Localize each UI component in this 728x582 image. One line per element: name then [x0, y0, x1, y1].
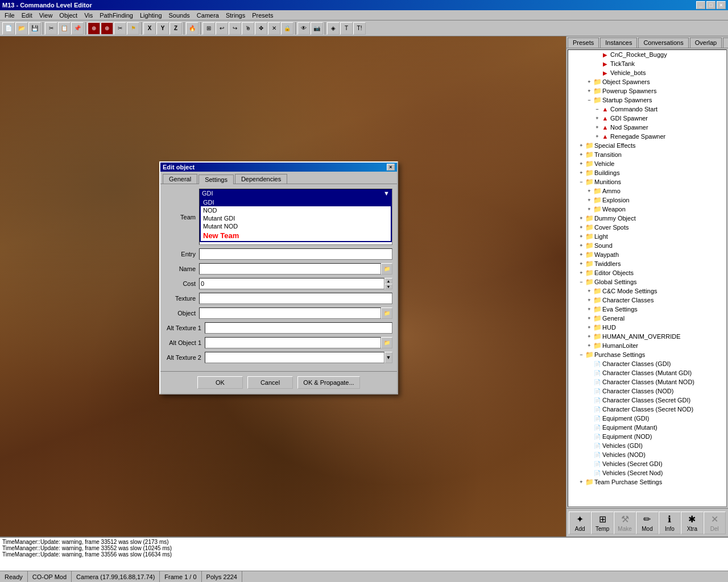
tree-expand-ticktank[interactable] — [593, 60, 601, 68]
tree-expand-general[interactable]: + — [585, 314, 593, 322]
tb-new[interactable]: 📄 — [2, 22, 15, 35]
menu-object[interactable]: Object — [56, 11, 81, 19]
tb-y[interactable]: Y — [156, 22, 169, 35]
tb-undo[interactable]: ↩ — [216, 22, 228, 35]
xtra-button[interactable]: ✱ Xtra — [681, 512, 703, 534]
tab-instances[interactable]: Instances — [600, 38, 637, 48]
cost-input[interactable] — [199, 278, 384, 289]
tb-tool3[interactable]: ✂ — [114, 22, 126, 35]
tree-container[interactable]: ▶CnC_Rocket_Buggy▶TickTank▶Vehicle_bots+… — [568, 49, 727, 507]
tree-expand-veh_nod[interactable] — [585, 451, 593, 459]
tb-lock[interactable]: 🔒 — [281, 22, 293, 35]
tb-paste[interactable]: 📌 — [71, 22, 84, 35]
tree-item-editor_objects[interactable]: +📁Editor Objects — [568, 268, 726, 277]
tree-item-explosion[interactable]: +📁Explosion — [568, 196, 726, 205]
dialog-close-button[interactable]: × — [387, 164, 395, 171]
del-button[interactable]: ✕ Del — [704, 512, 726, 534]
tree-expand-weapon[interactable]: + — [585, 205, 593, 213]
tab-settings[interactable]: Settings — [198, 174, 234, 184]
tree-expand-waypath[interactable]: + — [577, 251, 585, 259]
tree-item-vehicle[interactable]: +📁Vehicle — [568, 159, 726, 168]
menu-edit[interactable]: Edit — [18, 11, 36, 19]
alt-object1-browse-button[interactable]: 📁 — [381, 337, 392, 348]
alt-texture2-scroll-button[interactable]: ▼ — [384, 352, 392, 363]
tab-dependencies[interactable]: Dependencies — [235, 174, 287, 184]
tree-item-weapon[interactable]: +📁Weapon — [568, 205, 726, 214]
tree-item-ammo[interactable]: +📁Ammo — [568, 186, 726, 196]
tb-t1[interactable]: T — [340, 22, 353, 35]
menu-strings[interactable]: Strings — [222, 11, 249, 19]
tree-expand-hud[interactable]: + — [585, 323, 593, 331]
menu-file[interactable]: File — [1, 11, 18, 19]
tree-expand-ammo[interactable]: + — [585, 187, 593, 195]
tree-expand-explosion[interactable]: + — [585, 196, 593, 204]
mod-button[interactable]: ✏ Mod — [636, 512, 658, 534]
tree-item-buildings[interactable]: +📁Buildings — [568, 168, 726, 177]
tb-cam[interactable]: 📷 — [311, 22, 323, 35]
tree-item-munitions[interactable]: −📁Munitions — [568, 177, 726, 186]
tree-expand-veh_secret_gdi[interactable] — [585, 460, 593, 468]
tree-item-renegade_spawner[interactable]: +▲Renegade Spawner — [568, 132, 726, 141]
tab-presets[interactable]: Presets — [568, 38, 599, 48]
tree-item-commando_start[interactable]: −▲Commando Start — [568, 105, 726, 114]
tree-expand-vehicle[interactable]: + — [577, 160, 585, 168]
tb-save[interactable]: 💾 — [28, 22, 41, 35]
close-button[interactable]: × — [717, 1, 726, 9]
titlebar-buttons[interactable]: _ □ × — [696, 1, 726, 9]
menu-presets[interactable]: Presets — [249, 11, 276, 19]
menu-lighting[interactable]: Lighting — [136, 11, 166, 19]
tree-expand-cc_mutant_gdi[interactable] — [585, 369, 593, 377]
tree-expand-veh_gdi[interactable] — [585, 442, 593, 450]
menu-camera[interactable]: Camera — [193, 11, 222, 19]
tree-item-dummy_object[interactable]: +📁Dummy Object — [568, 214, 726, 223]
tb-redo[interactable]: ↪ — [229, 22, 241, 35]
tree-expand-powerup_spawners[interactable]: + — [585, 87, 593, 95]
tree-item-veh_secret_gdi[interactable]: 📄Vehicles (Secret GDI) — [568, 459, 726, 468]
tree-item-eva_settings[interactable]: +📁Eva Settings — [568, 305, 726, 314]
tree-item-cc_gdi[interactable]: 📄Character Classes (GDI) — [568, 359, 726, 368]
tree-expand-editor_objects[interactable]: + — [577, 269, 585, 277]
tb-z[interactable]: Z — [169, 22, 182, 35]
tree-expand-purchase_settings[interactable]: − — [577, 351, 585, 359]
tree-item-sound[interactable]: +📁Sound — [568, 241, 726, 250]
tree-item-team_purchase_settings[interactable]: +📁Team Purchase Settings — [568, 477, 726, 487]
tree-item-cc_secret_gdi[interactable]: 📄Character Classes (Secret GDI) — [568, 396, 726, 405]
tree-expand-humanloiter[interactable]: + — [585, 342, 593, 350]
tree-expand-character_classes[interactable]: + — [585, 296, 593, 304]
tree-item-ticktank[interactable]: ▶TickTank — [568, 59, 726, 68]
tree-expand-human_anim_override[interactable]: + — [585, 332, 593, 340]
tb-cut[interactable]: ✂ — [45, 22, 57, 35]
tree-item-transition[interactable]: +📁Transition — [568, 150, 726, 159]
tree-item-gdi_spawner[interactable]: +▲GDI Spawner — [568, 114, 726, 123]
tree-expand-cover_spots[interactable]: + — [577, 223, 585, 231]
team-option-mutant-gdi[interactable]: Mutant GDI — [201, 214, 391, 222]
tree-item-global_settings[interactable]: −📁Global Settings — [568, 277, 726, 286]
tb-grid[interactable]: ⊞ — [202, 22, 215, 35]
viewport[interactable]: Edit object × General Settings Dependenc… — [0, 36, 566, 537]
tree-item-humanloiter[interactable]: +📁HumanLoiter — [568, 341, 726, 350]
tb-tool2[interactable]: ⊕ — [101, 22, 113, 35]
menu-pathfinding[interactable]: PathFinding — [96, 11, 136, 19]
tree-expand-object_spawners[interactable]: + — [585, 78, 593, 86]
tab-conversations[interactable]: Conversations — [638, 38, 688, 48]
tb-copy[interactable]: 📋 — [58, 22, 71, 35]
tree-item-eq_nod[interactable]: 📄Equipment (NOD) — [568, 432, 726, 441]
tree-expand-gdi_spawner[interactable]: + — [593, 114, 601, 122]
tree-item-eq_gdi[interactable]: 📄Equipment (GDI) — [568, 414, 726, 423]
tree-item-character_classes[interactable]: +📁Character Classes — [568, 296, 726, 305]
tree-item-cc_secret_nod[interactable]: 📄Character Classes (Secret NOD) — [568, 405, 726, 414]
minimize-button[interactable]: _ — [696, 1, 705, 9]
tb-select[interactable]: 🖱 — [242, 22, 254, 35]
tree-item-powerup_spawners[interactable]: +📁Powerup Spawners — [568, 86, 726, 95]
tree-item-nod_spawner[interactable]: +▲Nod Spawner — [568, 123, 726, 132]
tree-expand-buildings[interactable]: + — [577, 169, 585, 177]
texture-input[interactable] — [199, 293, 392, 304]
tree-item-cnc_rocket_buggy[interactable]: ▶CnC_Rocket_Buggy — [568, 50, 726, 59]
ok-button[interactable]: OK — [197, 376, 243, 389]
tree-item-twiddlers[interactable]: +📁Twiddlers — [568, 259, 726, 268]
menu-sounds[interactable]: Sounds — [166, 11, 193, 19]
tree-item-veh_nod[interactable]: 📄Vehicles (NOD) — [568, 450, 726, 459]
tree-expand-global_settings[interactable]: − — [577, 278, 585, 286]
tree-expand-startup_spawners[interactable]: − — [585, 96, 593, 104]
tree-expand-team_purchase_settings[interactable]: + — [577, 478, 585, 486]
